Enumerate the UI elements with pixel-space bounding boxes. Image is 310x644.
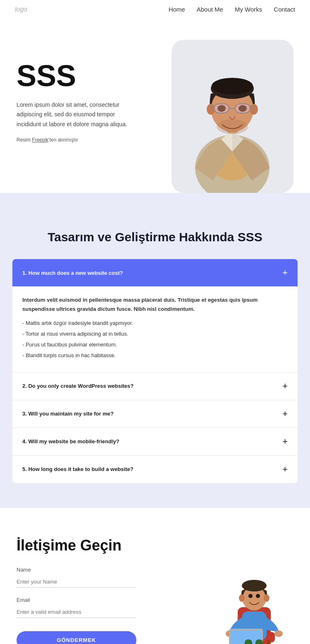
faq-list: 1. How much does a new website cost? + I… bbox=[12, 259, 298, 483]
faq-title: Tasarım ve Geliştirme Hakkında SSS bbox=[12, 230, 298, 244]
faq-plus-icon-1: + bbox=[282, 267, 288, 278]
svg-point-15 bbox=[238, 105, 247, 112]
contact-form-area: İletişime Geçin Name Email GÖNDERMEK Ten… bbox=[17, 537, 203, 644]
logo: logo bbox=[15, 6, 27, 13]
nav-item-about[interactable]: About Me bbox=[197, 6, 223, 13]
faq-question-5[interactable]: 5. How long does it take to build a webs… bbox=[12, 456, 298, 483]
faq-item-4[interactable]: 4. Will my website be mobile-friendly? + bbox=[12, 428, 298, 456]
name-form-group: Name bbox=[17, 567, 203, 588]
svg-point-6 bbox=[212, 78, 253, 94]
contact-person-illustration bbox=[211, 549, 293, 644]
submit-button[interactable]: GÖNDERMEK bbox=[17, 631, 136, 644]
faq-item-1[interactable]: 1. How much does a new website cost? + I… bbox=[12, 259, 298, 372]
faq-question-2[interactable]: 2. Do you only create WordPress websites… bbox=[12, 372, 298, 400]
hero-credit-link[interactable]: Freepik bbox=[32, 137, 48, 143]
svg-point-31 bbox=[274, 630, 283, 637]
contact-title: İletişime Geçin bbox=[17, 537, 203, 554]
svg-point-27 bbox=[264, 594, 269, 602]
faq-question-text-4: 4. Will my website be mobile-friendly? bbox=[22, 438, 119, 445]
nav-item-works[interactable]: My Works bbox=[235, 6, 262, 13]
faq-answer-list-1: Mattis artık özgür iradesiyle blandit ya… bbox=[22, 319, 288, 360]
faq-item-2[interactable]: 2. Do you only create WordPress websites… bbox=[12, 372, 298, 400]
hero-text: SSS Lorem ipsum dolor sit amet, consecte… bbox=[17, 44, 172, 143]
faq-plus-icon-3: + bbox=[282, 409, 288, 419]
nav-links: Home About Me My Works Contact bbox=[169, 6, 295, 13]
nav-item-contact[interactable]: Contact bbox=[274, 6, 295, 13]
name-label: Name bbox=[17, 567, 203, 573]
list-item: Tortor at risus viverra adipiscing at in… bbox=[22, 329, 288, 339]
nav-link-about[interactable]: About Me bbox=[197, 6, 223, 13]
list-item: Mattis artık özgür iradesiyle blandit ya… bbox=[22, 319, 288, 328]
hero-credit-suffix: 'ten alınmıştır bbox=[48, 137, 78, 143]
hero-image bbox=[172, 40, 293, 193]
faq-question-text-5: 5. How long does it take to build a webs… bbox=[22, 466, 134, 472]
name-input[interactable] bbox=[17, 576, 136, 588]
svg-point-28 bbox=[248, 594, 253, 598]
navbar: logo Home About Me My Works Contact bbox=[0, 0, 310, 19]
list-item: Purus ut faucibus pulvinar elementum. bbox=[22, 340, 288, 349]
faq-section: Tasarım ve Geliştirme Hakkında SSS 1. Ho… bbox=[0, 209, 310, 508]
faq-question-1[interactable]: 1. How much does a new website cost? + bbox=[12, 259, 298, 286]
faq-plus-icon-5: + bbox=[282, 464, 288, 475]
hero-person-illustration bbox=[172, 40, 293, 193]
svg-point-7 bbox=[207, 104, 215, 115]
email-form-group: Email bbox=[17, 597, 203, 618]
hero-description: Lorem ipsum dolor sit amet, consectetur … bbox=[17, 100, 132, 130]
contact-section: İletişime Geçin Name Email GÖNDERMEK Ten… bbox=[0, 508, 310, 644]
faq-item-3[interactable]: 3. Will you maintain my site for me? + bbox=[12, 400, 298, 428]
faq-question-text-1: 1. How much does a new website cost? bbox=[22, 270, 123, 276]
nav-link-works[interactable]: My Works bbox=[235, 6, 262, 13]
contact-illustration bbox=[211, 537, 293, 644]
email-input[interactable] bbox=[17, 606, 136, 618]
email-label: Email bbox=[17, 597, 203, 603]
faq-question-3[interactable]: 3. Will you maintain my site for me? + bbox=[12, 400, 298, 428]
faq-item-5[interactable]: 5. How long does it take to build a webs… bbox=[12, 456, 298, 483]
svg-line-13 bbox=[250, 106, 255, 107]
hero-title: SSS bbox=[17, 60, 172, 92]
hero-credit: Resim Freepik'ten alınmıştır bbox=[17, 137, 172, 143]
svg-point-8 bbox=[250, 104, 258, 115]
nav-link-home[interactable]: Home bbox=[169, 6, 185, 13]
faq-answer-1: Interdum velit euismod in pellentesque m… bbox=[12, 286, 298, 372]
faq-question-text-3: 3. Will you maintain my site for me? bbox=[22, 411, 114, 417]
svg-point-14 bbox=[217, 105, 226, 112]
nav-link-contact[interactable]: Contact bbox=[274, 6, 295, 13]
faq-plus-icon-2: + bbox=[282, 381, 288, 392]
hero-section: SSS Lorem ipsum dolor sit amet, consecte… bbox=[0, 19, 310, 193]
faq-question-text-2: 2. Do you only create WordPress websites… bbox=[22, 383, 134, 389]
faq-answer-bold-1: Interdum velit euismod in pellentesque m… bbox=[22, 296, 288, 314]
svg-point-29 bbox=[256, 594, 260, 598]
faq-plus-icon-4: + bbox=[282, 436, 288, 447]
svg-point-16 bbox=[217, 119, 248, 134]
list-item: Blandit turpis cursus in hac habitasse. bbox=[22, 351, 288, 360]
hero-credit-prefix: Resim bbox=[17, 137, 32, 143]
svg-line-12 bbox=[209, 106, 214, 107]
faq-question-4[interactable]: 4. Will my website be mobile-friendly? + bbox=[12, 428, 298, 455]
nav-item-home[interactable]: Home bbox=[169, 6, 185, 13]
svg-point-26 bbox=[239, 594, 245, 602]
